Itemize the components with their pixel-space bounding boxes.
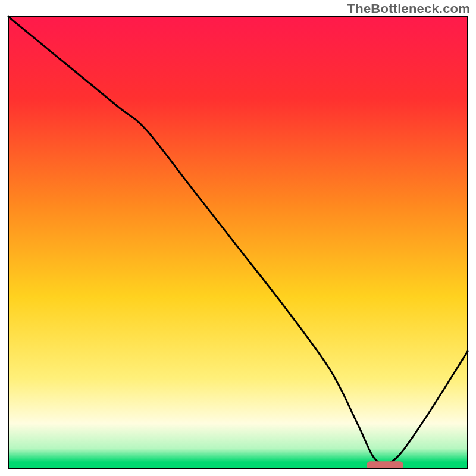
- watermark-text: TheBottleneck.com: [347, 1, 470, 17]
- chart-stage: { "watermark": "TheBottleneck.com", "col…: [0, 0, 476, 476]
- bottleneck-chart: [0, 0, 476, 476]
- plot-background: [8, 17, 468, 469]
- optimum-band-marker: [367, 461, 403, 469]
